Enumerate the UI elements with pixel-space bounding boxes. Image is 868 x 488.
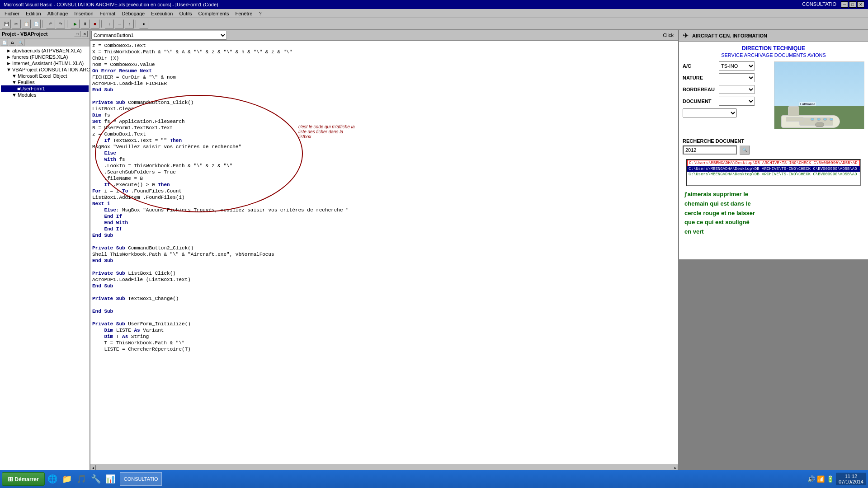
- taskbar-icon-folder[interactable]: 📁: [60, 472, 74, 486]
- file-item-1[interactable]: C:\Users\MBENGADHA\Desktop\DB ARCHIVE\TS…: [687, 160, 860, 166]
- search-button[interactable]: 🔍: [740, 145, 750, 155]
- ac-select[interactable]: TS-INO: [719, 61, 755, 70]
- tree-item-userform1[interactable]: ■UserForm1: [1, 85, 89, 92]
- tb-breakpoint[interactable]: ●: [139, 19, 148, 28]
- tree-item-feuilles[interactable]: ▼Feuilles: [1, 79, 89, 85]
- tb-save[interactable]: 💾: [2, 19, 11, 28]
- tb-run[interactable]: ▶: [71, 19, 80, 28]
- file-list[interactable]: C:\Users\MBENGADHA\Desktop\DB ARCHIVE\TS…: [686, 159, 861, 186]
- tb-undo[interactable]: ↶: [46, 19, 55, 28]
- code-line: z = ComboBox5.Text: [92, 42, 676, 49]
- tree-item-modules[interactable]: ▼Modules: [1, 92, 89, 98]
- code-line: If TextBox1.Text = "" Then: [92, 137, 676, 144]
- title-bar: Microsoft Visual Basic - CONSULTATION AR…: [0, 0, 868, 9]
- proj-view2[interactable]: 🗂: [9, 39, 16, 46]
- code-line: B = UserForm1.TextBox1.Text: [92, 125, 676, 131]
- tb-redo[interactable]: ↷: [56, 19, 65, 28]
- close-button[interactable]: ✕: [857, 1, 864, 8]
- code-object-select[interactable]: CommandButton1: [91, 31, 227, 40]
- minimize-button[interactable]: ─: [841, 1, 848, 8]
- code-line: Private Sub UserForm_Initialize(): [92, 321, 676, 327]
- search-row: 🔍: [683, 145, 864, 155]
- proj-view3[interactable]: 🔍: [17, 39, 24, 46]
- maximize-button[interactable]: □: [849, 1, 856, 8]
- code-line: End Sub: [92, 308, 676, 314]
- taskbar-active-window[interactable]: CONSULTATIO: [120, 472, 162, 486]
- menu-outils[interactable]: Outils: [176, 10, 194, 17]
- tb-cut[interactable]: ✂: [12, 19, 21, 28]
- taskbar-icon-ie[interactable]: 🌐: [46, 472, 59, 486]
- search-input[interactable]: [683, 145, 737, 155]
- nature-select[interactable]: [719, 73, 755, 82]
- proj-view1[interactable]: 📄: [1, 39, 8, 46]
- code-line: Dim fs: [92, 112, 676, 118]
- code-line: .SearchSubFolders = True: [92, 169, 676, 175]
- code-line: X = ThisWorkbook.Path & "\" & A & "\" & …: [92, 49, 676, 55]
- code-toolbar: CommandButton1 Click: [90, 30, 678, 41]
- tb-stop[interactable]: ■: [90, 19, 99, 28]
- tree-item-funcres[interactable]: ►funcres (FUNCRES.XLA): [1, 54, 89, 60]
- aircraft-icon: ✈: [683, 31, 689, 40]
- hscroll-right[interactable]: ►: [673, 465, 678, 470]
- project-header: Projet - VBAProject □ ✕: [0, 30, 90, 38]
- bordereau-select[interactable]: [719, 85, 755, 94]
- nature-label: NATURE: [683, 75, 719, 80]
- file-item-3[interactable]: C:\Users\MBENGADHA\Desktop\DB ARCHIVE\TS…: [687, 172, 860, 177]
- menu-edition[interactable]: Edition: [23, 10, 44, 17]
- toolbar-separator-3: [101, 20, 103, 28]
- menu-debogage[interactable]: Débogage: [119, 10, 147, 17]
- ac-row: A/C TS-INO: [683, 61, 770, 70]
- code-line: For i = 1 To .FoundFiles.Count: [92, 188, 676, 194]
- project-tree: ►atpvbaen.xls (ATPVBAEN.XLA) ►funcres (F…: [0, 47, 90, 470]
- code-line: Private Sub CommandButton2_Click(): [92, 245, 676, 251]
- search-area: RECHERCHE DOCUMENT 🔍: [683, 136, 864, 159]
- start-button[interactable]: ⊞ Démarrer: [2, 472, 45, 486]
- taskbar-icon-vba[interactable]: 🔧: [89, 472, 103, 486]
- menu-help[interactable]: ?: [256, 10, 264, 17]
- tree-item-excel-objects[interactable]: ▼Microsoft Excel Object: [1, 73, 89, 79]
- code-line: FICHIER = CurDir & "\" & nom: [92, 74, 676, 80]
- tb-pause[interactable]: ⏸: [80, 19, 90, 28]
- document-sub-select[interactable]: [683, 108, 737, 117]
- tree-item-atpvbaen[interactable]: ►atpvbaen.xls (ATPVBAEN.XLA): [1, 47, 89, 54]
- project-view-btn[interactable]: □: [74, 31, 80, 37]
- tb-copy[interactable]: 📋: [22, 19, 31, 28]
- menu-complements[interactable]: Compléments: [196, 10, 232, 17]
- file-item-2[interactable]: C:\Users\MBENGADHA\Desktop\DB ARCHIVE\TS…: [687, 166, 860, 172]
- taskbar-icon-excel[interactable]: 📊: [104, 472, 117, 486]
- annotation-text: c'est le code qui m'affiche la liste des…: [298, 124, 357, 139]
- service-archivage: SERVICE ARCHIVAGE DOCUMENTS AVIONS: [683, 52, 864, 58]
- menu-format[interactable]: Format: [97, 10, 118, 17]
- code-content[interactable]: c'est le code qui m'affiche la liste des…: [90, 41, 678, 465]
- bordereau-row: BORDEREAU: [683, 85, 770, 94]
- menu-fenetre[interactable]: Fenêtre: [232, 10, 255, 17]
- code-line: Dim LISTE As Variant: [92, 327, 676, 333]
- tree-item-internet[interactable]: ►Internet_Assistant (HTLML.XLA): [1, 60, 89, 66]
- menu-execution[interactable]: Exécution: [148, 10, 175, 17]
- tb-step-over[interactable]: →: [115, 19, 124, 28]
- tb-step-out[interactable]: ↑: [125, 19, 134, 28]
- hscroll-left[interactable]: ◄: [90, 465, 96, 470]
- project-close-btn[interactable]: ✕: [81, 31, 88, 37]
- menu-insertion[interactable]: Insertion: [71, 10, 96, 17]
- code-line: [92, 314, 676, 321]
- taskbar-icon-media[interactable]: 🎵: [75, 472, 88, 486]
- code-line: End With: [92, 220, 676, 226]
- code-line: ListBox1.Clear: [92, 106, 676, 112]
- tb-step-in[interactable]: ↓: [105, 19, 114, 28]
- menu-affichage[interactable]: Affichage: [45, 10, 71, 17]
- project-title: Projet - VBAProject: [2, 31, 47, 37]
- code-line: End If: [92, 226, 676, 232]
- tree-item-vbaproject[interactable]: ▼VBAProject (CONSULTATION ARCHIVE.x: [1, 66, 89, 73]
- bordereau-label: BORDEREAU: [683, 87, 719, 92]
- code-line: End Sub: [92, 258, 676, 264]
- code-hscroll[interactable]: ◄ ►: [90, 465, 678, 470]
- code-line: [92, 289, 676, 296]
- menu-bar: Fichier Edition Affichage Insertion Form…: [0, 9, 868, 18]
- tb-paste[interactable]: 📄: [32, 19, 41, 28]
- document-select[interactable]: [719, 97, 755, 106]
- code-line: End Sub: [92, 87, 676, 93]
- taskbar-sys-icons: 🔊 📶 🔋: [807, 475, 834, 483]
- menu-fichier[interactable]: Fichier: [2, 10, 22, 17]
- toolbar: 💾 ✂ 📋 📄 ↶ ↷ ▶ ⏸ ■ ↓ → ↑ ●: [0, 18, 868, 30]
